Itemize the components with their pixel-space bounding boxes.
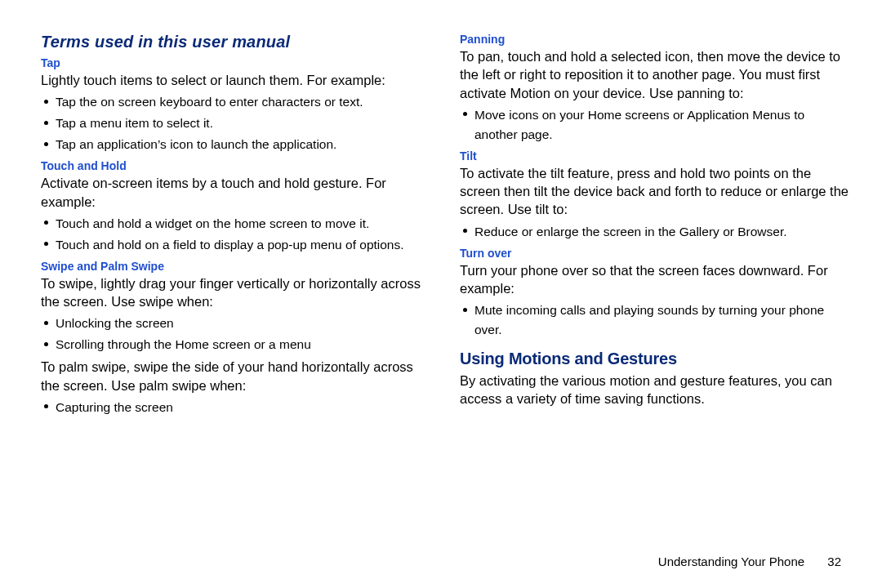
swipe-list: Unlocking the screen Scrolling through t… <box>41 314 430 354</box>
subheading-swipe: Swipe and Palm Swipe <box>41 260 430 273</box>
list-item: Reduce or enlarge the screen in the Gall… <box>474 222 849 242</box>
footer-chapter: Understanding Your Phone <box>658 555 804 568</box>
section-heading-motions: Using Motions and Gestures <box>460 350 849 368</box>
section-heading-terms: Terms used in this user manual <box>41 33 430 51</box>
tilt-list: Reduce or enlarge the screen in the Gall… <box>460 222 849 242</box>
turn-over-list: Mute incoming calls and playing sounds b… <box>460 301 849 340</box>
right-column: Panning To pan, touch and hold a selecte… <box>460 33 849 421</box>
subheading-panning: Panning <box>460 33 849 46</box>
list-item: Scrolling through the Home screen or a m… <box>56 335 430 354</box>
list-item: Capturing the screen <box>56 398 430 417</box>
panning-intro: To pan, touch and hold a selected icon, … <box>460 47 849 102</box>
list-item: Unlocking the screen <box>56 314 430 333</box>
list-item: Move icons on your Home screens or Appli… <box>474 105 849 145</box>
two-column-layout: Terms used in this user manual Tap Light… <box>41 33 849 421</box>
left-column: Terms used in this user manual Tap Light… <box>41 33 430 421</box>
list-item: Touch and hold a widget on the home scre… <box>56 214 430 234</box>
subheading-touch-hold: Touch and Hold <box>41 159 430 172</box>
touch-hold-list: Touch and hold a widget on the home scre… <box>41 214 430 255</box>
page-footer: Understanding Your Phone 32 <box>658 555 841 568</box>
subheading-tilt: Tilt <box>460 149 849 163</box>
manual-page: Terms used in this user manual Tap Light… <box>0 0 882 588</box>
subheading-turn-over: Turn over <box>460 247 849 260</box>
touch-hold-intro: Activate on-screen items by a touch and … <box>41 174 430 211</box>
panning-list: Move icons on your Home screens or Appli… <box>460 105 849 145</box>
list-item: Tap the on screen keyboard to enter char… <box>56 92 430 112</box>
tilt-intro: To activate the tilt feature, press and … <box>460 164 849 219</box>
palm-swipe-intro: To palm swipe, swipe the side of your ha… <box>41 358 430 394</box>
footer-page-number: 32 <box>827 555 841 568</box>
palm-swipe-list: Capturing the screen <box>41 398 430 417</box>
tap-list: Tap the on screen keyboard to enter char… <box>41 92 430 154</box>
turn-over-intro: Turn your phone over so that the screen … <box>460 261 849 298</box>
swipe-intro: To swipe, lightly drag your finger verti… <box>41 274 430 311</box>
list-item: Tap a menu item to select it. <box>56 114 430 133</box>
tap-intro: Lightly touch items to select or launch … <box>41 71 430 89</box>
list-item: Mute incoming calls and playing sounds b… <box>474 301 849 340</box>
list-item: Touch and hold on a field to display a p… <box>56 235 430 255</box>
subheading-tap: Tap <box>41 56 430 69</box>
motions-body: By activating the various motion and ges… <box>460 372 849 408</box>
list-item: Tap an application’s icon to launch the … <box>56 135 430 154</box>
